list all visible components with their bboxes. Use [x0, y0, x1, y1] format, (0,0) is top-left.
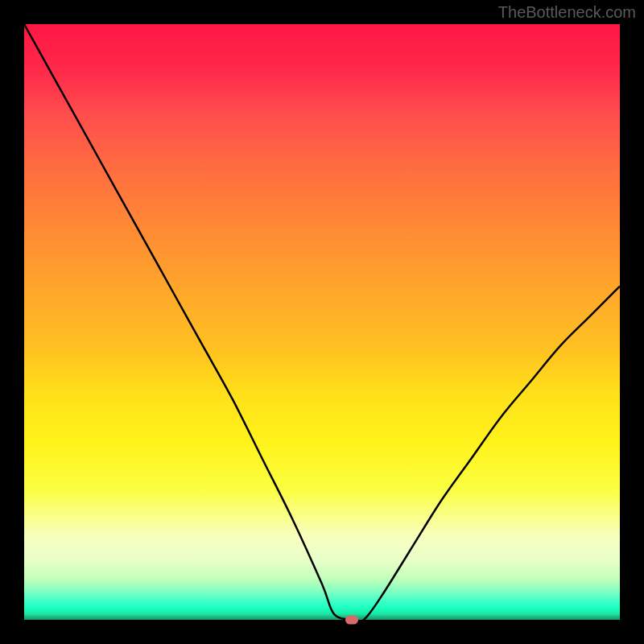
watermark-text: TheBottleneck.com — [498, 3, 636, 22]
optimum-marker — [345, 616, 358, 625]
chart-plot-area — [24, 24, 620, 620]
bottleneck-curve — [24, 24, 620, 620]
